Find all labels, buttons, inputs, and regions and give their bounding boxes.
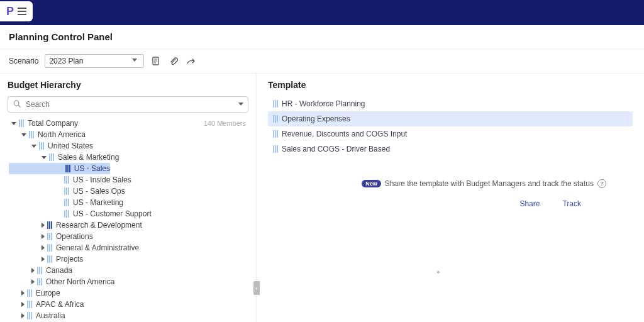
template-panel: Template HR - Workforce Planning Operati…: [257, 74, 644, 322]
template-title: Template: [268, 80, 644, 90]
caret-right-icon[interactable]: [42, 234, 45, 239]
node-label: US - Sales Ops: [73, 187, 125, 196]
share-section: New Share the template with Budget Manag…: [268, 179, 644, 208]
tree-node-canada[interactable]: Canada: [8, 265, 248, 276]
hierarchy-icon: [64, 176, 69, 184]
share-description: Share the template with Budget Managers …: [385, 179, 594, 188]
hierarchy-icon: [49, 153, 54, 161]
search-icon: [13, 99, 21, 108]
tree-node-north-america[interactable]: North America: [8, 129, 248, 140]
caret-right-icon[interactable]: [21, 302, 25, 307]
caret-down-icon[interactable]: [31, 145, 36, 148]
caret-right-icon[interactable]: [21, 313, 25, 318]
attachment-icon[interactable]: [168, 55, 179, 67]
svg-point-1: [14, 101, 19, 106]
tree-node-us-marketing[interactable]: US - Marketing: [8, 197, 248, 208]
template-item-hr[interactable]: HR - Workforce Planning: [268, 96, 633, 111]
caret-down-icon[interactable]: [11, 122, 16, 125]
hierarchy-icon: [47, 255, 52, 263]
top-bar: P: [0, 0, 644, 25]
hierarchy-icon: [273, 100, 278, 108]
tree-node-us-customer-support[interactable]: US - Customer Support: [8, 208, 248, 219]
caret-right-icon[interactable]: [42, 223, 45, 228]
node-label: Total Company: [28, 119, 78, 128]
tree-node-total-company[interactable]: Total Company 140 Members: [8, 118, 248, 129]
template-label: Revenue, Discounts and COGS Input: [282, 130, 407, 138]
search-input[interactable]: [8, 96, 248, 113]
scenario-value: 2023 Plan: [49, 57, 83, 65]
tree-node-other-na[interactable]: Other North America: [8, 276, 248, 287]
tree-node-operations[interactable]: Operations: [8, 231, 248, 242]
hamburger-icon[interactable]: [18, 8, 26, 15]
node-label: Projects: [56, 255, 83, 264]
scenario-label: Scenario: [9, 57, 38, 65]
node-label: US - Customer Support: [73, 209, 152, 218]
budget-hierarchy-panel: Budget Hierarchy Total Company 140 Membe…: [0, 74, 257, 322]
hierarchy-icon: [47, 221, 52, 229]
new-badge: New: [362, 180, 381, 187]
track-link[interactable]: Track: [562, 199, 581, 208]
hierarchy-icon: [27, 301, 32, 308]
hierarchy-icon: [273, 130, 278, 138]
chevron-down-icon: [132, 58, 137, 62]
tree-node-united-states[interactable]: United States: [8, 140, 248, 152]
caret-right-icon[interactable]: [31, 268, 35, 273]
node-label: Europe: [36, 289, 60, 297]
hierarchy-search: [8, 96, 248, 113]
template-list: HR - Workforce Planning Operating Expens…: [268, 96, 644, 157]
hierarchy-icon: [27, 289, 32, 297]
template-item-opex[interactable]: Operating Expenses: [268, 111, 633, 126]
share-description-row: New Share the template with Budget Manag…: [268, 179, 606, 188]
caret-down-icon[interactable]: [42, 156, 47, 159]
tree-node-australia[interactable]: Australia: [8, 310, 248, 321]
hierarchy-icon: [65, 165, 70, 172]
tree-node-europe[interactable]: Europe: [8, 287, 248, 299]
hierarchy-tree: Total Company 140 Members North America …: [8, 118, 248, 322]
scenario-select[interactable]: 2023 Plan: [45, 54, 144, 68]
hierarchy-icon: [47, 233, 52, 240]
tree-node-us-sales-ops[interactable]: US - Sales Ops: [8, 186, 248, 197]
node-label: Other North America: [46, 277, 114, 286]
share-link[interactable]: Share: [519, 199, 540, 208]
template-label: Sales and COGS - Driver Based: [282, 145, 390, 153]
node-label: Australia: [36, 311, 65, 320]
template-item-revenue[interactable]: Revenue, Discounts and COGS Input: [268, 126, 633, 142]
hierarchy-icon: [39, 142, 44, 150]
node-label: Research & Development: [56, 221, 142, 230]
node-label: General & Administrative: [56, 243, 139, 252]
hierarchy-icon: [29, 131, 34, 138]
template-item-sales-cogs[interactable]: Sales and COGS - Driver Based: [268, 142, 633, 157]
chevron-down-icon[interactable]: [238, 103, 243, 106]
tree-node-us-sales[interactable]: US - Sales: [9, 163, 110, 174]
tree-node-sales-marketing[interactable]: Sales & Marketing: [8, 152, 248, 163]
hierarchy-icon: [64, 199, 69, 206]
hierarchy-icon: [37, 267, 42, 274]
members-count: 140 Members: [204, 119, 248, 127]
document-icon[interactable]: [150, 55, 162, 67]
caret-down-icon[interactable]: [21, 133, 26, 136]
caret-right-icon[interactable]: [31, 279, 35, 284]
tree-node-projects[interactable]: Projects: [8, 253, 248, 265]
node-label: United States: [48, 142, 93, 150]
node-label: APAC & Africa: [36, 300, 84, 309]
logo-tab: P: [0, 1, 33, 21]
budget-hierarchy-title: Budget Hierarchy: [8, 80, 248, 90]
node-label: Sales & Marketing: [58, 153, 119, 162]
node-label: North America: [38, 130, 86, 139]
hierarchy-icon: [64, 210, 69, 218]
hierarchy-icon: [273, 145, 278, 153]
help-icon[interactable]: ?: [597, 179, 606, 188]
tree-node-us-inside-sales[interactable]: US - Inside Sales: [8, 174, 248, 186]
tree-node-apac[interactable]: APAC & Africa: [8, 299, 248, 310]
panel-collapse-handle[interactable]: ‹: [253, 281, 260, 295]
caret-right-icon[interactable]: [42, 245, 45, 250]
hierarchy-icon: [273, 115, 278, 123]
share-arrow-icon[interactable]: [186, 55, 197, 67]
caret-right-icon[interactable]: [42, 257, 45, 262]
node-label: US - Marketing: [73, 198, 123, 207]
toolbar: Scenario 2023 Plan: [0, 49, 644, 74]
tree-node-ga[interactable]: General & Administrative: [8, 242, 248, 253]
share-links: Share Track: [268, 199, 606, 208]
caret-right-icon[interactable]: [21, 291, 25, 296]
tree-node-rd[interactable]: Research & Development: [8, 219, 248, 231]
